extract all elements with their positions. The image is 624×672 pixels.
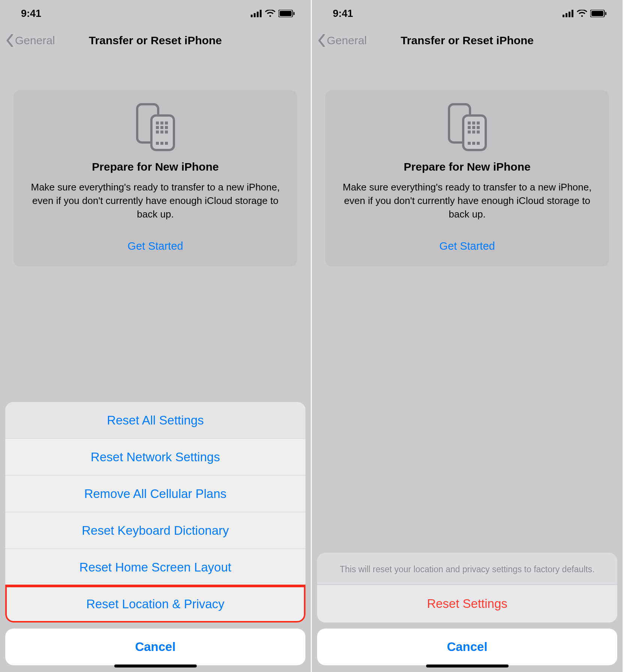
svg-rect-39 xyxy=(468,142,471,145)
svg-rect-21 xyxy=(563,15,564,17)
battery-icon xyxy=(278,10,295,17)
status-bar: 9:41 xyxy=(0,0,311,27)
cellular-icon xyxy=(563,10,574,17)
screen-left: 9:41 General Transfer or Reset iPhone xyxy=(0,0,312,672)
svg-rect-14 xyxy=(165,126,168,129)
prepare-card: Prepare for New iPhone Make sure everyth… xyxy=(13,90,297,267)
home-indicator[interactable] xyxy=(114,664,197,668)
back-button[interactable]: General xyxy=(6,34,55,47)
svg-rect-38 xyxy=(477,130,480,134)
svg-rect-0 xyxy=(251,15,253,17)
svg-rect-11 xyxy=(165,122,168,124)
svg-rect-19 xyxy=(160,142,163,145)
svg-rect-17 xyxy=(165,130,168,134)
chevron-left-icon xyxy=(6,34,13,47)
svg-rect-9 xyxy=(156,122,159,124)
svg-rect-33 xyxy=(468,126,471,129)
reset-location-privacy-option[interactable]: Reset Location & Privacy xyxy=(5,586,305,622)
svg-rect-32 xyxy=(477,122,480,124)
battery-icon xyxy=(590,10,607,17)
wifi-icon xyxy=(577,10,587,17)
card-title: Prepare for New iPhone xyxy=(22,160,288,173)
svg-rect-37 xyxy=(472,130,475,134)
svg-rect-30 xyxy=(468,122,471,124)
svg-rect-31 xyxy=(472,122,475,124)
back-label: General xyxy=(15,34,55,47)
reset-settings-button[interactable]: Reset Settings xyxy=(317,585,617,622)
reset-network-settings-option[interactable]: Reset Network Settings xyxy=(5,439,305,476)
home-indicator[interactable] xyxy=(426,664,509,668)
svg-rect-1 xyxy=(254,13,256,17)
get-started-button[interactable]: Get Started xyxy=(22,240,288,252)
card-description: Make sure everything's ready to transfer… xyxy=(334,181,600,221)
status-time: 9:41 xyxy=(333,8,353,20)
cellular-icon xyxy=(251,10,262,17)
card-title: Prepare for New iPhone xyxy=(334,160,600,173)
svg-rect-41 xyxy=(477,142,480,145)
nav-bar: General Transfer or Reset iPhone xyxy=(312,27,623,54)
svg-rect-10 xyxy=(160,122,163,124)
svg-rect-35 xyxy=(477,126,480,129)
reset-home-screen-option[interactable]: Reset Home Screen Layout xyxy=(5,549,305,586)
reset-action-sheet: Reset All Settings Reset Network Setting… xyxy=(5,402,305,665)
status-time: 9:41 xyxy=(21,8,41,20)
svg-rect-16 xyxy=(160,130,163,134)
get-started-button[interactable]: Get Started xyxy=(334,240,600,252)
svg-rect-36 xyxy=(468,130,471,134)
confirm-action-sheet: This will reset your location and privac… xyxy=(317,553,617,665)
svg-rect-18 xyxy=(156,142,159,145)
back-label: General xyxy=(327,34,367,47)
nav-bar: General Transfer or Reset iPhone xyxy=(0,27,311,54)
transfer-phones-icon xyxy=(334,103,600,152)
svg-rect-23 xyxy=(569,12,570,17)
transfer-phones-icon xyxy=(22,103,288,152)
card-description: Make sure everything's ready to transfer… xyxy=(22,181,288,221)
svg-rect-26 xyxy=(591,11,603,16)
status-indicators xyxy=(563,10,607,17)
svg-rect-24 xyxy=(572,10,573,17)
svg-rect-13 xyxy=(160,126,163,129)
cancel-button[interactable]: Cancel xyxy=(317,628,617,665)
svg-rect-3 xyxy=(260,10,262,17)
svg-rect-22 xyxy=(566,13,567,17)
cancel-button[interactable]: Cancel xyxy=(5,628,305,665)
svg-rect-2 xyxy=(257,12,259,17)
svg-rect-40 xyxy=(472,142,475,145)
reset-all-settings-option[interactable]: Reset All Settings xyxy=(5,402,305,439)
status-indicators xyxy=(251,10,295,17)
status-bar: 9:41 xyxy=(312,0,623,27)
svg-rect-15 xyxy=(156,130,159,134)
reset-keyboard-dictionary-option[interactable]: Reset Keyboard Dictionary xyxy=(5,512,305,549)
svg-rect-6 xyxy=(293,12,295,15)
svg-rect-20 xyxy=(165,142,168,145)
confirm-group: This will reset your location and privac… xyxy=(317,553,617,622)
prepare-card: Prepare for New iPhone Make sure everyth… xyxy=(325,90,609,267)
svg-rect-5 xyxy=(280,11,292,16)
svg-rect-34 xyxy=(472,126,475,129)
back-button[interactable]: General xyxy=(318,34,367,47)
remove-cellular-plans-option[interactable]: Remove All Cellular Plans xyxy=(5,476,305,512)
confirm-message: This will reset your location and privac… xyxy=(317,553,617,585)
svg-rect-12 xyxy=(156,126,159,129)
wifi-icon xyxy=(265,10,275,17)
screen-right: 9:41 General Transfer or Reset iPhone xyxy=(312,0,624,672)
chevron-left-icon xyxy=(318,34,325,47)
reset-options-group: Reset All Settings Reset Network Setting… xyxy=(5,402,305,622)
svg-rect-27 xyxy=(605,12,606,15)
